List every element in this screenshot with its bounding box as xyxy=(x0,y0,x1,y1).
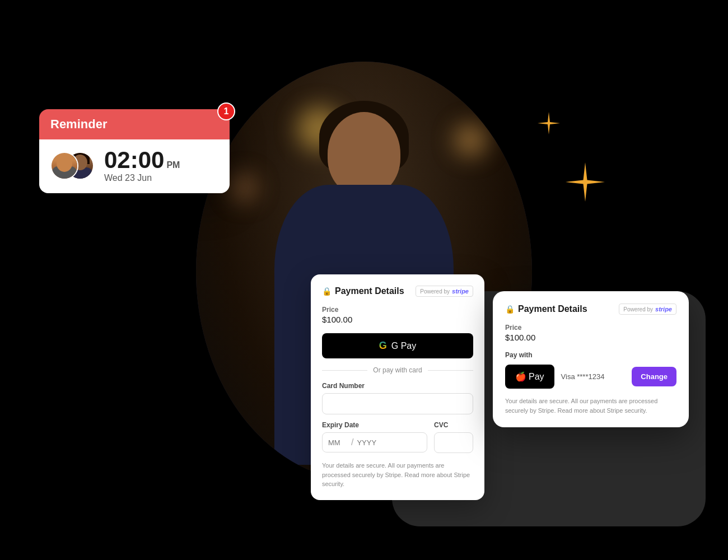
price-value-2: $100.00 xyxy=(505,333,676,342)
apple-pay-label: Pay xyxy=(529,372,544,382)
divider-row: Or pay with card xyxy=(322,366,473,374)
reminder-ampm: PM xyxy=(166,160,180,170)
sparkle-small-icon xyxy=(538,112,560,134)
payment-card-2-title: Payment Details xyxy=(518,304,587,314)
change-button[interactable]: Change xyxy=(632,367,676,386)
reminder-time: 02:00 PM Wed 23 Jun xyxy=(104,148,180,183)
sparkle-large-icon xyxy=(566,162,605,202)
gpay-button[interactable]: G G Pay xyxy=(322,333,473,358)
expiry-group: Expiry Date / xyxy=(322,421,427,453)
expiry-mm-input[interactable] xyxy=(328,438,348,447)
payment-card-1-header: 🔒 Payment Details Powered by stripe xyxy=(322,286,473,297)
reminder-title: Reminder xyxy=(50,117,107,131)
expiry-label: Expiry Date xyxy=(322,421,427,429)
apple-pay-button[interactable]: 🍎 Pay xyxy=(505,365,554,389)
reminder-badge: 1 xyxy=(217,102,235,120)
payment-card-2-header: 🔒 Payment Details Powered by stripe xyxy=(505,304,676,315)
person-head xyxy=(328,112,400,196)
security-text-2: Your details are secure. All our payment… xyxy=(505,396,676,415)
payment-card-1: 🔒 Payment Details Powered by stripe Pric… xyxy=(311,274,484,500)
apple-pay-row: 🍎 Pay Visa ****1234 Change xyxy=(505,365,676,389)
powered-by-label-1: Powered by xyxy=(420,288,450,295)
price-label-1: Price xyxy=(322,306,473,314)
apple-icon: 🍎 xyxy=(515,371,526,382)
cvc-group: CVC xyxy=(434,421,473,453)
reminder-time-value: 02:00 xyxy=(104,148,164,172)
divider-line-right xyxy=(428,370,473,371)
payment-card-2: 🔒 Payment Details Powered by stripe Pric… xyxy=(493,291,689,427)
reminder-card: 1 Reminder 02:00 PM xyxy=(39,109,230,193)
reminder-body: 02:00 PM Wed 23 Jun xyxy=(39,139,230,193)
lock-icon-2: 🔒 xyxy=(505,305,515,314)
card-number-input[interactable] xyxy=(322,393,473,414)
expiry-inputs: / xyxy=(322,432,427,452)
price-value-1: $100.00 xyxy=(322,315,473,324)
reminder-date: Wed 23 Jun xyxy=(104,173,180,183)
expiry-yyyy-input[interactable] xyxy=(357,438,376,447)
reminder-avatars xyxy=(50,152,95,180)
divider-line-left xyxy=(322,370,367,371)
cvc-input[interactable] xyxy=(434,432,473,453)
divider-text: Or pay with card xyxy=(373,366,422,374)
stripe-logo-2: stripe xyxy=(655,306,672,312)
lock-icon-1: 🔒 xyxy=(322,287,332,296)
payment-card-1-title: Payment Details xyxy=(335,286,404,296)
powered-by-label-2: Powered by xyxy=(623,306,653,312)
visa-info: Visa ****1234 xyxy=(561,372,605,381)
stripe-badge-1: Powered by stripe xyxy=(416,286,473,297)
stripe-logo-1: stripe xyxy=(452,288,469,295)
cvc-label: CVC xyxy=(434,421,473,429)
security-text-1: Your details are secure. All our payment… xyxy=(322,461,473,489)
avatar-male xyxy=(50,152,78,180)
card-number-label: Card Number xyxy=(322,382,473,390)
reminder-header: 1 Reminder xyxy=(39,109,230,139)
expiry-cvc-row: Expiry Date / CVC xyxy=(322,421,473,453)
stripe-badge-2: Powered by stripe xyxy=(619,304,676,315)
gpay-label: G Pay xyxy=(391,341,416,351)
pay-with-label: Pay with xyxy=(505,351,676,359)
expiry-slash: / xyxy=(351,437,353,447)
google-g-icon: G xyxy=(379,340,387,352)
price-label-2: Price xyxy=(505,324,676,332)
